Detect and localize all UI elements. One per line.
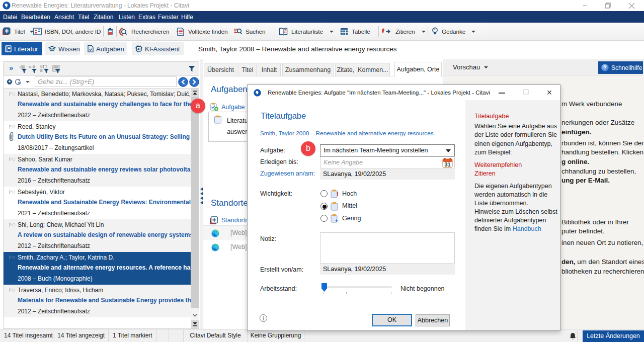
svg-text:31: 31 bbox=[444, 161, 450, 167]
svg-text:?: ? bbox=[603, 65, 606, 70]
svg-text:Ai: Ai bbox=[137, 47, 141, 51]
svg-text:!: ! bbox=[337, 190, 339, 198]
